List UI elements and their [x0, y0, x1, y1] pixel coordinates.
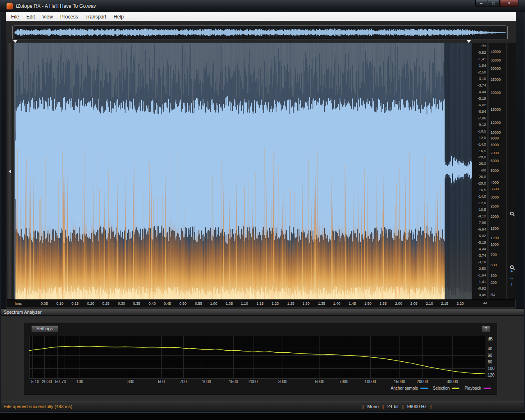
- db-scale-label: -1,94: [477, 274, 486, 277]
- time-ruler-label: 0:50: [179, 301, 187, 306]
- window-controls: – □ ×: [475, 0, 518, 7]
- db-scale-label: -7,96: [477, 221, 486, 225]
- spectrum-y-label: 120: [488, 373, 495, 377]
- desktop: iZotope RX - A He'll Have To Go.wav – □ …: [0, 0, 525, 420]
- bit-depth-info: 24-bit: [387, 404, 399, 409]
- frequency-scale[interactable]: 4000035000300002500020000150001200010000…: [488, 43, 506, 299]
- status-separator: |: [402, 404, 404, 409]
- zoom-horizontal-icon[interactable]: ↔: [509, 275, 514, 280]
- status-separator: |: [363, 404, 364, 409]
- db-scale-label: -12,0: [477, 201, 486, 205]
- menu-item[interactable]: Help: [110, 13, 128, 21]
- db-scale-label: -1,41: [477, 57, 486, 61]
- db-scale-label: -0,45: [477, 293, 486, 297]
- legend-item: Anchor sample: [391, 386, 428, 390]
- zoom-toolbar: + ↔ ↕: [507, 43, 516, 299]
- time-ruler-label: 1:50: [364, 301, 372, 306]
- freq-scale-label: 700: [491, 253, 497, 257]
- zoom-reset-icon[interactable]: ↩: [483, 301, 487, 306]
- freq-scale-label: 9000: [491, 137, 499, 140]
- menu-item[interactable]: File: [7, 13, 23, 21]
- db-scale-label: -6,94: [477, 228, 486, 231]
- menu-bar: FileEditViewProcessTransportHelp: [6, 12, 516, 21]
- freq-scale-label: 7000: [491, 151, 499, 155]
- freq-scale-label: 8000: [491, 143, 499, 147]
- app-window: iZotope RX - A He'll Have To Go.wav – □ …: [0, 0, 525, 413]
- app-icon: [7, 3, 13, 9]
- db-scale-label: -3,74: [477, 254, 486, 258]
- db-scale-label: -0,92: [477, 51, 486, 55]
- freq-scale-label: 300: [491, 274, 497, 278]
- freq-scale-label: 1200: [491, 236, 499, 240]
- spectrogram-canvas[interactable]: [14, 43, 472, 299]
- spectrum-analyzer-titlebar[interactable]: Spectrum Analyzer: [1, 309, 524, 315]
- db-scale-label: -9,12: [477, 215, 486, 218]
- time-ruler-label: 1:45: [349, 301, 356, 306]
- spectrum-x-label: 1500: [229, 379, 238, 384]
- db-scale-label: -14,0: [477, 143, 486, 146]
- legend-label: Playback: [464, 386, 481, 390]
- spectrum-x-label: 10000: [365, 379, 376, 384]
- freq-scale-label: 15000: [491, 108, 501, 112]
- vertical-scrollbar[interactable]: [7, 43, 13, 299]
- close-button[interactable]: ×: [500, 0, 518, 7]
- time-ruler-label: 0:35: [133, 301, 140, 306]
- zoom-vertical-icon[interactable]: ↕: [511, 282, 513, 286]
- spectrum-y-label: dB: [488, 337, 493, 341]
- desktop-bottom-strip: [0, 413, 525, 420]
- db-scale-label: -14,0: [477, 195, 486, 199]
- overview-right-handle[interactable]: [507, 25, 509, 39]
- overview-waveform[interactable]: [14, 25, 506, 39]
- db-scale-label: -2,50: [477, 71, 486, 74]
- menu-item[interactable]: Edit: [23, 13, 39, 21]
- spectrum-x-label: 15000: [394, 379, 405, 384]
- titlebar[interactable]: iZotope RX - A He'll Have To Go.wav – □ …: [0, 0, 525, 12]
- status-separator: |: [382, 404, 383, 409]
- freq-scale-label: 35000: [491, 59, 501, 62]
- zoom-plus-icon[interactable]: +: [510, 269, 513, 274]
- channel-info: Mono: [368, 404, 379, 409]
- maximize-button[interactable]: □: [488, 0, 500, 7]
- time-ruler-label: 2:15: [441, 301, 448, 306]
- db-scale-label: -7,96: [477, 116, 486, 120]
- freq-scale-label: 40000: [491, 50, 501, 54]
- spectrum-x-label: 7000: [339, 379, 348, 384]
- time-ruler-label: 2:10: [426, 301, 433, 306]
- time-ruler-label: 1:15: [256, 301, 264, 306]
- settings-button[interactable]: Settings: [31, 325, 58, 332]
- help-button[interactable]: ?: [482, 326, 490, 333]
- scroll-left-arrow-icon: [9, 169, 11, 173]
- db-scale-label: -4,44: [477, 90, 486, 94]
- db-scale-label: -1,41: [477, 280, 486, 284]
- time-ruler-label: 1:05: [226, 301, 233, 306]
- freq-scale-label: 25000: [491, 78, 501, 82]
- db-scale-label: -0,92: [477, 287, 486, 290]
- spectrum-legend: Anchor sample Selection Playback: [391, 386, 491, 390]
- legend-label: Anchor sample: [391, 386, 418, 390]
- spectrum-y-label: 80: [488, 360, 492, 364]
- overview-left-handle[interactable]: [11, 25, 14, 39]
- db-scale-label: -1,94: [477, 64, 486, 68]
- spectrogram-view[interactable]: [14, 43, 472, 299]
- menu-item[interactable]: View: [39, 13, 57, 21]
- spectrum-y-label: 100: [488, 367, 495, 371]
- time-ruler-label: 0:10: [56, 301, 64, 306]
- amplitude-scale[interactable]: dB -0,92-1,41-1,94-2,50-3,10-3,74-4,44-5…: [472, 43, 487, 299]
- spectrum-y-label: 60: [488, 354, 492, 358]
- zoom-in-vertical-icon[interactable]: [510, 212, 514, 215]
- overview-canvas[interactable]: [14, 26, 506, 39]
- db-scale-label: -16,5: [477, 188, 486, 192]
- menu-item[interactable]: Transport: [82, 13, 110, 21]
- spectrum-x-label: 100: [76, 379, 83, 384]
- db-scale-label: -3,10: [477, 77, 486, 81]
- menu-item[interactable]: Process: [57, 13, 82, 21]
- spectrum-x-label: 20000: [417, 379, 428, 384]
- time-ruler-label: 1:40: [333, 301, 340, 306]
- time-ruler[interactable]: hms 0:050:100:150:200:250:300:350:400:45…: [7, 299, 515, 307]
- sample-rate-info: 96000 Hz: [407, 404, 427, 409]
- legend-swatch: [452, 388, 459, 389]
- minimize-button[interactable]: –: [475, 0, 487, 7]
- window-title: iZotope RX - A He'll Have To Go.wav: [16, 3, 96, 9]
- spectrum-x-label: 30: [47, 379, 52, 384]
- freq-scale-label: 3500: [491, 187, 499, 191]
